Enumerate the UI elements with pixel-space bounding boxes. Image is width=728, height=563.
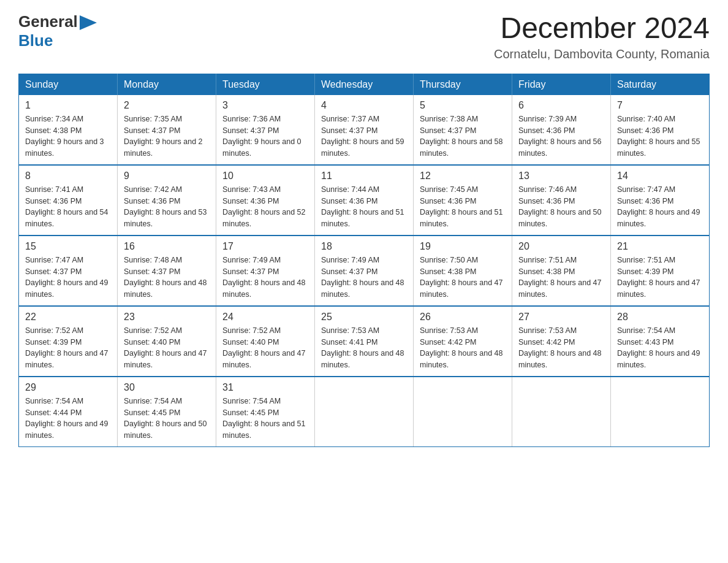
day-info: Sunrise: 7:47 AM Sunset: 4:37 PM Dayligh… <box>25 255 111 301</box>
calendar-day-cell: 28 Sunrise: 7:54 AM Sunset: 4:43 PM Dayl… <box>611 306 710 377</box>
page-title: December 2024 <box>494 12 710 45</box>
sunset-label: Sunset: 4:40 PM <box>124 338 180 347</box>
sunrise-label: Sunrise: 7:51 AM <box>617 256 675 264</box>
daylight-label: Daylight: 8 hours and 56 minutes. <box>518 137 602 158</box>
calendar-day-cell: 15 Sunrise: 7:47 AM Sunset: 4:37 PM Dayl… <box>19 236 118 306</box>
sunrise-label: Sunrise: 7:35 AM <box>124 115 182 123</box>
logo: General Blue <box>18 12 97 50</box>
calendar-day-cell: 9 Sunrise: 7:42 AM Sunset: 4:36 PM Dayli… <box>118 165 216 236</box>
calendar-day-cell: 11 Sunrise: 7:44 AM Sunset: 4:36 PM Dayl… <box>315 165 414 236</box>
daylight-label: Daylight: 8 hours and 54 minutes. <box>25 208 108 228</box>
day-info: Sunrise: 7:49 AM Sunset: 4:37 PM Dayligh… <box>321 255 407 301</box>
day-info: Sunrise: 7:39 AM Sunset: 4:36 PM Dayligh… <box>518 113 604 159</box>
day-info: Sunrise: 7:47 AM Sunset: 4:36 PM Dayligh… <box>617 184 703 230</box>
day-number: 9 <box>124 170 210 182</box>
calendar-day-cell: 22 Sunrise: 7:52 AM Sunset: 4:39 PM Dayl… <box>19 306 118 377</box>
sunrise-label: Sunrise: 7:50 AM <box>420 256 478 264</box>
calendar-day-cell: 17 Sunrise: 7:49 AM Sunset: 4:37 PM Dayl… <box>216 236 315 306</box>
logo-general: General <box>18 12 78 31</box>
sunrise-label: Sunrise: 7:54 AM <box>25 397 83 405</box>
sunrise-label: Sunrise: 7:49 AM <box>321 256 379 264</box>
daylight-label: Daylight: 8 hours and 49 minutes. <box>25 278 108 299</box>
header-thursday: Thursday <box>414 74 512 95</box>
day-number: 18 <box>321 241 407 252</box>
daylight-label: Daylight: 8 hours and 47 minutes. <box>617 278 700 299</box>
sunrise-label: Sunrise: 7:45 AM <box>420 185 478 194</box>
calendar-day-cell: 21 Sunrise: 7:51 AM Sunset: 4:39 PM Dayl… <box>611 236 710 306</box>
day-number: 20 <box>518 241 604 252</box>
day-number: 6 <box>518 100 604 111</box>
daylight-label: Daylight: 9 hours and 2 minutes. <box>124 137 203 158</box>
day-info: Sunrise: 7:52 AM Sunset: 4:40 PM Dayligh… <box>124 325 210 371</box>
sunrise-label: Sunrise: 7:54 AM <box>124 397 182 405</box>
sunrise-label: Sunrise: 7:40 AM <box>617 115 675 123</box>
daylight-label: Daylight: 9 hours and 3 minutes. <box>25 137 104 158</box>
sunset-label: Sunset: 4:37 PM <box>321 126 377 135</box>
daylight-label: Daylight: 8 hours and 48 minutes. <box>321 278 404 299</box>
daylight-label: Daylight: 8 hours and 50 minutes. <box>124 419 207 440</box>
sunset-label: Sunset: 4:39 PM <box>25 338 82 347</box>
sunrise-label: Sunrise: 7:51 AM <box>518 256 577 264</box>
sunset-label: Sunset: 4:36 PM <box>420 197 476 205</box>
sunrise-label: Sunrise: 7:42 AM <box>124 185 182 194</box>
day-number: 10 <box>222 170 308 182</box>
sunset-label: Sunset: 4:44 PM <box>25 408 82 417</box>
sunset-label: Sunset: 4:36 PM <box>617 126 673 135</box>
day-number: 11 <box>321 170 407 182</box>
day-info: Sunrise: 7:52 AM Sunset: 4:39 PM Dayligh… <box>25 325 111 371</box>
day-number: 29 <box>25 382 111 393</box>
daylight-label: Daylight: 8 hours and 47 minutes. <box>420 278 503 299</box>
day-info: Sunrise: 7:53 AM Sunset: 4:41 PM Dayligh… <box>321 325 407 371</box>
day-number: 22 <box>25 312 111 323</box>
day-info: Sunrise: 7:51 AM Sunset: 4:39 PM Dayligh… <box>617 255 703 301</box>
sunrise-label: Sunrise: 7:34 AM <box>25 115 83 123</box>
calendar-day-cell: 5 Sunrise: 7:38 AM Sunset: 4:37 PM Dayli… <box>414 95 512 165</box>
header-friday: Friday <box>512 74 611 95</box>
calendar-table: Sunday Monday Tuesday Wednesday Thursday… <box>18 74 710 447</box>
daylight-label: Daylight: 8 hours and 51 minutes. <box>321 208 404 228</box>
calendar-day-cell: 2 Sunrise: 7:35 AM Sunset: 4:37 PM Dayli… <box>118 95 216 165</box>
calendar-day-cell: 18 Sunrise: 7:49 AM Sunset: 4:37 PM Dayl… <box>315 236 414 306</box>
calendar-day-cell: 8 Sunrise: 7:41 AM Sunset: 4:36 PM Dayli… <box>19 165 118 236</box>
calendar-day-cell <box>315 377 414 447</box>
daylight-label: Daylight: 8 hours and 48 minutes. <box>222 278 306 299</box>
daylight-label: Daylight: 8 hours and 47 minutes. <box>518 278 602 299</box>
day-number: 17 <box>222 241 308 252</box>
sunrise-label: Sunrise: 7:47 AM <box>617 185 675 194</box>
day-info: Sunrise: 7:53 AM Sunset: 4:42 PM Dayligh… <box>420 325 506 371</box>
day-info: Sunrise: 7:36 AM Sunset: 4:37 PM Dayligh… <box>222 113 308 159</box>
day-number: 15 <box>25 241 111 252</box>
calendar-day-cell: 14 Sunrise: 7:47 AM Sunset: 4:36 PM Dayl… <box>611 165 710 236</box>
day-info: Sunrise: 7:45 AM Sunset: 4:36 PM Dayligh… <box>420 184 506 230</box>
calendar-week-row: 29 Sunrise: 7:54 AM Sunset: 4:44 PM Dayl… <box>19 377 710 447</box>
daylight-label: Daylight: 8 hours and 47 minutes. <box>25 349 108 369</box>
day-number: 3 <box>222 100 308 111</box>
calendar-day-cell: 16 Sunrise: 7:48 AM Sunset: 4:37 PM Dayl… <box>118 236 216 306</box>
sunset-label: Sunset: 4:37 PM <box>420 126 476 135</box>
calendar-day-cell: 1 Sunrise: 7:34 AM Sunset: 4:38 PM Dayli… <box>19 95 118 165</box>
day-info: Sunrise: 7:42 AM Sunset: 4:36 PM Dayligh… <box>124 184 210 230</box>
header-monday: Monday <box>118 74 216 95</box>
calendar-day-cell: 30 Sunrise: 7:54 AM Sunset: 4:45 PM Dayl… <box>118 377 216 447</box>
day-number: 13 <box>518 170 604 182</box>
day-number: 2 <box>124 100 210 111</box>
header-tuesday: Tuesday <box>216 74 315 95</box>
sunset-label: Sunset: 4:37 PM <box>124 267 180 276</box>
sunrise-label: Sunrise: 7:44 AM <box>321 185 379 194</box>
sunset-label: Sunset: 4:37 PM <box>321 267 377 276</box>
day-info: Sunrise: 7:48 AM Sunset: 4:37 PM Dayligh… <box>124 255 210 301</box>
day-number: 21 <box>617 241 703 252</box>
day-number: 28 <box>617 312 703 323</box>
day-number: 25 <box>321 312 407 323</box>
calendar-day-cell <box>512 377 611 447</box>
day-info: Sunrise: 7:54 AM Sunset: 4:45 PM Dayligh… <box>124 396 210 442</box>
day-number: 24 <box>222 312 308 323</box>
sunrise-label: Sunrise: 7:53 AM <box>518 326 577 335</box>
calendar-day-cell: 23 Sunrise: 7:52 AM Sunset: 4:40 PM Dayl… <box>118 306 216 377</box>
day-number: 30 <box>124 382 210 393</box>
calendar-week-row: 15 Sunrise: 7:47 AM Sunset: 4:37 PM Dayl… <box>19 236 710 306</box>
day-info: Sunrise: 7:44 AM Sunset: 4:36 PM Dayligh… <box>321 184 407 230</box>
sunrise-label: Sunrise: 7:54 AM <box>617 326 675 335</box>
day-info: Sunrise: 7:38 AM Sunset: 4:37 PM Dayligh… <box>420 113 506 159</box>
sunset-label: Sunset: 4:37 PM <box>124 126 180 135</box>
